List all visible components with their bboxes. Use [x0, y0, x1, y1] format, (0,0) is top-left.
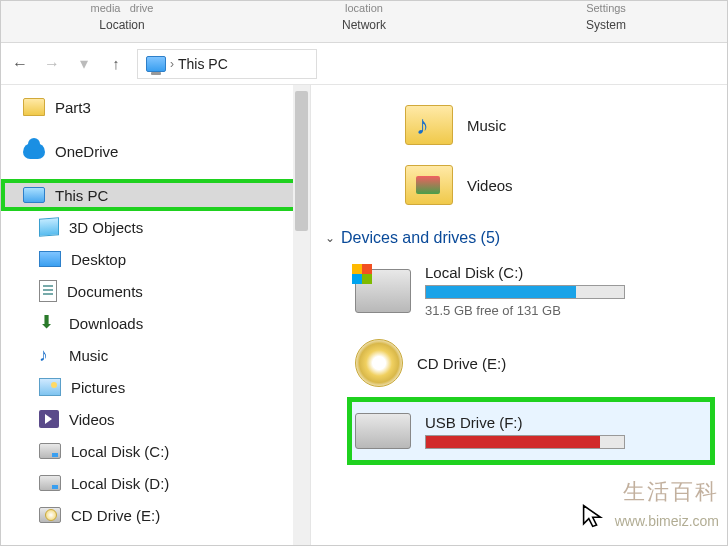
- usage-text: 31.5 GB free of 131 GB: [425, 303, 625, 318]
- ribbon-group-location: media drive Location: [1, 1, 243, 32]
- music-icon: [39, 345, 59, 365]
- mouse-cursor-icon: [581, 503, 607, 535]
- library-label: Videos: [467, 177, 513, 194]
- forward-button[interactable]: →: [41, 53, 63, 75]
- devices-drives-header[interactable]: ⌄ Devices and drives (5): [325, 229, 713, 247]
- tree-item-label: OneDrive: [55, 143, 118, 160]
- usb-drive-icon: [355, 413, 411, 449]
- up-button[interactable]: ↑: [105, 53, 127, 75]
- tree-item-label: CD Drive (E:): [71, 507, 160, 524]
- library-label: Music: [467, 117, 506, 134]
- tree-item-pictures[interactable]: Pictures: [1, 371, 310, 403]
- usage-bar: [425, 435, 625, 449]
- library-videos[interactable]: Videos: [405, 155, 713, 215]
- tree-item-label: Part3: [55, 99, 91, 116]
- cloud-icon: [23, 143, 45, 159]
- tree-item-desktop[interactable]: Desktop: [1, 243, 310, 275]
- scrollbar-thumb[interactable]: [295, 91, 308, 231]
- download-icon: [39, 313, 59, 333]
- tree-item-label: Videos: [69, 411, 115, 428]
- history-dropdown[interactable]: ▾: [73, 53, 95, 75]
- drive-icon: [39, 475, 61, 491]
- drive-icon: [39, 507, 61, 523]
- library-music[interactable]: Music: [405, 95, 713, 155]
- videos-folder-icon: [405, 165, 453, 205]
- ribbon-group-system: Settings System: [485, 1, 727, 32]
- tree-item-3d-objects[interactable]: 3D Objects: [1, 211, 310, 243]
- ribbon: media drive Location location Network Se…: [1, 1, 727, 43]
- tree-item-local-disk-d[interactable]: Local Disk (D:): [1, 467, 310, 499]
- tree-item-cd-drive-e[interactable]: CD Drive (E:): [1, 499, 310, 531]
- breadcrumb-segment[interactable]: This PC: [178, 56, 228, 72]
- ribbon-group-network: location Network: [243, 1, 485, 32]
- breadcrumb[interactable]: › This PC: [137, 49, 317, 79]
- back-button[interactable]: ←: [9, 53, 31, 75]
- address-bar: ← → ▾ ↑ › This PC: [1, 43, 727, 85]
- tree-item-label: Desktop: [71, 251, 126, 268]
- watermark-text: 生活百科: [623, 477, 719, 507]
- music-folder-icon: [405, 105, 453, 145]
- video-icon: [39, 410, 59, 428]
- tree-item-music[interactable]: Music: [1, 339, 310, 371]
- folder-icon: [23, 98, 45, 116]
- tree-item-label: Downloads: [69, 315, 143, 332]
- chevron-down-icon: ⌄: [325, 231, 335, 245]
- cd-drive-icon: [355, 339, 403, 387]
- drive-icon: [355, 269, 411, 313]
- drive-label: Local Disk (C:): [425, 264, 625, 281]
- sidebar-scrollbar[interactable]: [293, 85, 310, 546]
- usage-bar: [425, 285, 625, 299]
- tree-item-label: 3D Objects: [69, 219, 143, 236]
- tree-item-label: Documents: [67, 283, 143, 300]
- drive-local-c[interactable]: Local Disk (C:) 31.5 GB free of 131 GB: [355, 255, 713, 327]
- monitor-icon: [23, 187, 45, 203]
- tree-item-label: Local Disk (D:): [71, 475, 169, 492]
- drive-label: CD Drive (E:): [417, 355, 506, 372]
- doc-icon: [39, 280, 57, 302]
- tree-item-label: Music: [69, 347, 108, 364]
- tree-item-onedrive[interactable]: OneDrive: [1, 135, 310, 167]
- drive-icon: [39, 443, 61, 459]
- pic-icon: [39, 378, 61, 396]
- tree-item-label: This PC: [55, 187, 108, 204]
- tree-item-part3[interactable]: Part3: [1, 91, 310, 123]
- content-pane: MusicVideos ⌄ Devices and drives (5) Loc…: [311, 85, 727, 546]
- this-pc-icon: [146, 56, 166, 72]
- tree-item-local-disk-c[interactable]: Local Disk (C:): [1, 435, 310, 467]
- navigation-pane: Part3OneDriveThis PC3D ObjectsDesktopDoc…: [1, 85, 311, 546]
- tree-item-downloads[interactable]: Downloads: [1, 307, 310, 339]
- drive-cd-e[interactable]: CD Drive (E:): [355, 327, 713, 399]
- drive-usb-f-highlighted: USB Drive (F:): [349, 399, 713, 463]
- tree-item-documents[interactable]: Documents: [1, 275, 310, 307]
- watermark-url: www.bimeiz.com: [615, 513, 719, 529]
- desktop-icon: [39, 251, 61, 267]
- cube-icon: [39, 217, 59, 236]
- tree-item-label: Pictures: [71, 379, 125, 396]
- tree-item-this-pc[interactable]: This PC: [1, 179, 310, 211]
- tree-item-videos[interactable]: Videos: [1, 403, 310, 435]
- tree-item-label: Local Disk (C:): [71, 443, 169, 460]
- chevron-right-icon: ›: [170, 57, 174, 71]
- drive-label: USB Drive (F:): [425, 414, 625, 431]
- drive-usb-f[interactable]: USB Drive (F:): [355, 403, 707, 459]
